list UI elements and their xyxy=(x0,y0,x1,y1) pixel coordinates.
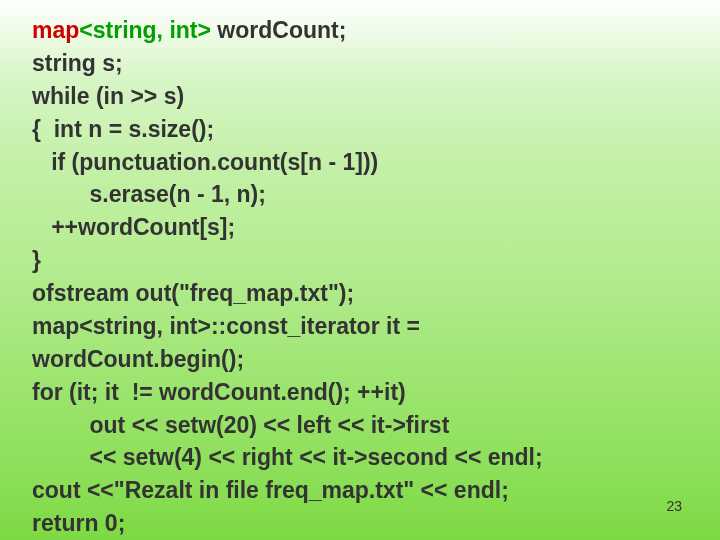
line-8: } xyxy=(32,247,41,273)
line-3: while (in >> s) xyxy=(32,83,184,109)
line-12: for (it; it != wordCount.end(); ++it) xyxy=(32,379,406,405)
line-7: ++wordCount[s]; xyxy=(32,214,235,240)
page-number: 23 xyxy=(666,498,682,514)
line-13: out << setw(20) << left << it->first xyxy=(32,412,449,438)
line-11: wordCount.begin(); xyxy=(32,346,244,372)
line-5: if (punctuation.count(s[n - 1])) xyxy=(32,149,378,175)
line-16: return 0; xyxy=(32,510,125,536)
code-slide: map<string, int> wordCount; string s; wh… xyxy=(0,0,720,540)
line-10: map<string, int>::const_iterator it = xyxy=(32,313,420,339)
tmpl-args: <string, int> xyxy=(79,17,211,43)
code-block: map<string, int> wordCount; string s; wh… xyxy=(32,14,720,540)
kw-map: map xyxy=(32,17,79,43)
line-4: { int n = s.size(); xyxy=(32,116,214,142)
line-9: ofstream out("freq_map.txt"); xyxy=(32,280,354,306)
line-1: map<string, int> wordCount; xyxy=(32,17,346,43)
line-14: << setw(4) << right << it->second << end… xyxy=(32,444,543,470)
line-2: string s; xyxy=(32,50,123,76)
line-6: s.erase(n - 1, n); xyxy=(32,181,266,207)
txt-l1c: wordCount; xyxy=(211,17,346,43)
line-15: cout <<"Rezalt in file freq_map.txt" << … xyxy=(32,477,509,503)
